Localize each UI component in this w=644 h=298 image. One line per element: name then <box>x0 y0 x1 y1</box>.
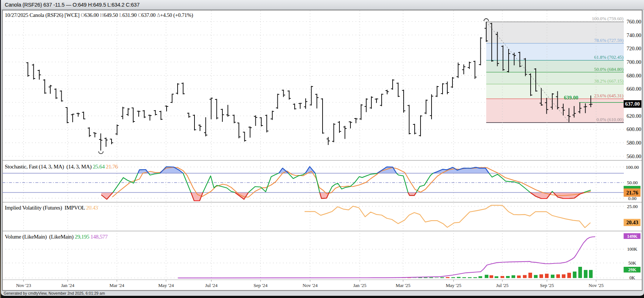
svg-text:Volume (LikeMain) (LikeMain): Volume (LikeMain) (LikeMain) 29,195 148,… <box>5 234 108 240</box>
svg-text:Sep '24: Sep '24 <box>254 283 268 288</box>
svg-text:50.0% (684.80): 50.0% (684.80) <box>594 67 623 72</box>
svg-text:740.00: 740.00 <box>627 32 641 38</box>
svg-text:78.6% (727.59): 78.6% (727.59) <box>594 38 623 43</box>
svg-text:Mar '24: Mar '24 <box>109 283 124 288</box>
svg-text:600.00: 600.00 <box>627 126 641 132</box>
svg-text:May '25: May '25 <box>446 283 461 288</box>
svg-text:760.00: 760.00 <box>627 19 641 25</box>
svg-text:20.43: 20.43 <box>626 219 638 225</box>
svg-text:620.00: 620.00 <box>627 113 641 119</box>
svg-text:0.0% (610.00): 0.0% (610.00) <box>596 117 623 122</box>
svg-text:Generated by cmdtyView, Novemb: Generated by cmdtyView, November 2nd 202… <box>4 291 105 295</box>
svg-text:639.00: 639.00 <box>564 95 578 101</box>
svg-text:Jan '25: Jan '25 <box>353 283 367 288</box>
svg-text:580.00: 580.00 <box>627 140 641 146</box>
svg-text:100K: 100K <box>627 247 637 252</box>
svg-text:0.00: 0.00 <box>628 196 637 201</box>
svg-text:Nov '25: Nov '25 <box>589 283 604 288</box>
svg-text:Canola (RSF26) 637 -11.5 — O:6: Canola (RSF26) 637 -11.5 — O:649 H:649.5… <box>5 2 139 8</box>
svg-text:100.0% (759.60): 100.0% (759.60) <box>592 16 623 21</box>
svg-text:680.00: 680.00 <box>627 73 641 79</box>
svg-text:149K: 149K <box>627 234 638 239</box>
svg-text:50K: 50K <box>628 261 636 266</box>
svg-text:720.00: 720.00 <box>627 46 641 51</box>
svg-text:Mar '25: Mar '25 <box>396 283 410 288</box>
svg-text:10/27/2025 Canola (RSF26) [WCE: 10/27/2025 Canola (RSF26) [WCE] O636.00 … <box>5 12 193 18</box>
svg-text:Nov '24: Nov '24 <box>303 283 318 288</box>
svg-text:25.00: 25.00 <box>627 204 637 209</box>
svg-text:0K: 0K <box>629 275 635 280</box>
svg-text:50.00: 50.00 <box>627 180 637 185</box>
svg-text:Jul '25: Jul '25 <box>496 283 509 288</box>
svg-text:560.00: 560.00 <box>627 153 641 159</box>
svg-text:Implied Volatility (Futures): Implied Volatility (Futures) IMPVOL 20.4… <box>5 205 98 211</box>
svg-text:38.2% (667.15): 38.2% (667.15) <box>594 79 623 84</box>
svg-text:29K: 29K <box>628 267 637 272</box>
svg-text:700.00: 700.00 <box>627 59 641 65</box>
svg-text:Jan '24: Jan '24 <box>61 283 74 288</box>
svg-text:Stochastic, Fast (14, 3, MA): Stochastic, Fast (14, 3, MA) (14, 3, MA)… <box>5 164 118 170</box>
svg-text:Sep '25: Sep '25 <box>540 283 554 288</box>
svg-text:21.76: 21.76 <box>626 190 638 196</box>
svg-text:61.8% (702.45): 61.8% (702.45) <box>594 55 623 60</box>
svg-text:637.00: 637.00 <box>625 101 640 107</box>
svg-text:Jul '24: Jul '24 <box>205 283 218 288</box>
svg-text:660.00: 660.00 <box>627 86 641 92</box>
svg-text:May '24: May '24 <box>158 283 174 288</box>
svg-text:23.6% (645.31): 23.6% (645.31) <box>594 93 623 98</box>
svg-text:100.00: 100.00 <box>626 164 639 170</box>
svg-text:Nov '23: Nov '23 <box>16 283 31 288</box>
